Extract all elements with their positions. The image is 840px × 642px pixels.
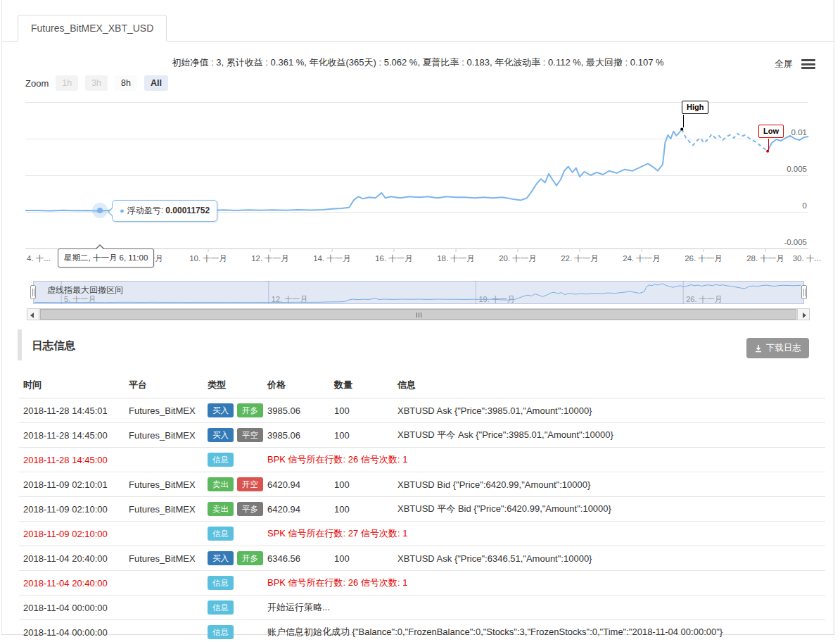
type-badge: 开多 — [237, 551, 263, 565]
high-flag-stem — [683, 115, 684, 127]
log-cell-price: 6420.94 — [263, 472, 330, 497]
range-button-all[interactable]: All — [144, 75, 168, 91]
log-table-row: 2018-11-09 02:10:00信息SPK 信号所在行数: 27 信号次数… — [19, 522, 825, 546]
performance-summary: 初始净值 : 3, 累计收益 : 0.361 %, 年化收益(365天) : 5… — [2, 56, 834, 69]
log-cell-time: 2018-11-04 20:40:00 — [19, 546, 125, 571]
log-cell-platform — [125, 448, 203, 472]
download-log-label: 下载日志 — [766, 342, 801, 354]
chart-tooltip: ●浮动盈亏: 0.00011752 — [112, 200, 217, 222]
log-table-row: 2018-11-04 20:40:00信息BPK 信号所在行数: 26 信号次数… — [19, 571, 825, 596]
tooltip-value: 0.00011752 — [165, 206, 210, 215]
log-cell-type: 信息 — [203, 571, 263, 596]
tab-futures-bitmex-xbt-usd[interactable]: Futures_BitMEX_XBT_USD — [18, 15, 167, 42]
range-selector: Zoom 1h3h8hAll — [25, 75, 175, 91]
type-badge: 卖出 — [208, 502, 234, 516]
log-table-row: 2018-11-04 20:40:00Futures_BitMEX买入开多634… — [19, 546, 825, 571]
navigator-mask[interactable] — [33, 281, 804, 304]
scrollbar-grip-icon — [419, 313, 419, 317]
log-cell-qty: 100 — [330, 497, 393, 522]
log-cell-type: 信息 — [203, 596, 263, 620]
log-column-header: 平台 — [125, 372, 203, 398]
scrollbar-thumb[interactable] — [40, 309, 796, 320]
svg-text:28. 十一月: 28. 十一月 — [746, 254, 784, 263]
scrollbar-right-button[interactable] — [797, 308, 810, 320]
log-cell-time: 2018-11-09 02:10:00 — [19, 497, 125, 522]
navigator-note: 虚线指最大回撤区间 — [47, 284, 123, 296]
log-column-header: 时间 — [19, 372, 125, 398]
log-cell-time: 2018-11-09 02:10:01 — [19, 472, 125, 497]
range-button-1h: 1h — [56, 75, 78, 91]
type-badge: 买入 — [208, 403, 234, 417]
type-badge: 信息 — [208, 453, 234, 467]
range-button-8h[interactable]: 8h — [115, 75, 137, 91]
log-cell-platform — [125, 571, 203, 596]
download-log-button[interactable]: 下载日志 — [746, 338, 809, 358]
tab-bar: Futures_BitMEX_XBT_USD — [2, 13, 834, 42]
tooltip-bullet-icon: ● — [120, 206, 125, 215]
log-table-header: 时间平台类型价格数量信息 — [19, 372, 825, 398]
log-cell-info: XBTUSD Ask {"Price":6346.51,"Amount":100… — [393, 546, 825, 571]
navigator-handle-left[interactable] — [30, 285, 36, 299]
log-cell-info: XBTUSD 平今 Bid {"Price":6420.99,"Amount":… — [393, 497, 825, 522]
log-cell-type: 卖出平多 — [203, 497, 263, 522]
type-badge: 开多 — [237, 403, 263, 417]
type-badge: 信息 — [208, 600, 234, 615]
range-button-3h: 3h — [85, 75, 108, 91]
log-cell-platform — [125, 522, 203, 546]
type-badge: 信息 — [208, 527, 234, 541]
log-cell-type: 买入开多 — [203, 546, 263, 571]
log-column-header: 数量 — [330, 372, 393, 398]
log-cell-time: 2018-11-04 00:00:00 — [19, 620, 125, 642]
svg-text:18. 十一月: 18. 十一月 — [437, 254, 475, 263]
zoom-label: Zoom — [25, 78, 49, 89]
type-badge: 平多 — [237, 502, 263, 516]
type-badge: 买入 — [208, 428, 234, 442]
log-table-row: 2018-11-09 02:10:01Futures_BitMEX卖出开空642… — [19, 472, 825, 497]
log-cell-time: 2018-11-09 02:10:00 — [19, 522, 125, 546]
scroll-left-icon — [30, 313, 34, 318]
svg-text:4. 十...: 4. 十... — [27, 254, 51, 263]
svg-text:26. 十一月: 26. 十一月 — [685, 254, 723, 263]
type-badge: 买入 — [208, 551, 234, 565]
log-cell-qty: 100 — [330, 398, 393, 423]
log-cell-message: BPK 信号所在行数: 26 信号次数: 1 — [263, 571, 825, 596]
type-badge: 信息 — [208, 625, 234, 639]
type-badge: 信息 — [208, 576, 234, 590]
log-cell-platform: Futures_BitMEX — [125, 472, 203, 497]
log-cell-info: XBTUSD Bid {"Price":6420.99,"Amount":100… — [393, 472, 825, 497]
scrollbar-left-button[interactable] — [27, 308, 39, 320]
log-cell-type: 信息 — [203, 448, 263, 472]
log-cell-qty: 100 — [330, 546, 393, 571]
log-cell-message: SPK 信号所在行数: 27 信号次数: 1 — [263, 522, 825, 546]
type-badge: 平空 — [237, 428, 263, 442]
scroll-right-icon — [803, 313, 806, 318]
log-cell-message: 账户信息初始化成功 {"Balance":0,"FrozenBalance":0… — [263, 620, 825, 642]
log-cell-platform — [125, 620, 203, 642]
svg-text:24. 十一月: 24. 十一月 — [623, 254, 661, 263]
navigator-handle-right[interactable] — [801, 285, 807, 299]
log-cell-info: XBTUSD Ask {"Price":3985.01,"Amount":100… — [393, 398, 825, 423]
log-cell-platform: Futures_BitMEX — [125, 398, 203, 423]
log-cell-price: 6346.56 — [263, 546, 330, 571]
crosshair-date-label: 星期二, 十一月 6, 11:00 — [58, 248, 154, 268]
fullscreen-button[interactable]: 全屏 — [775, 58, 793, 70]
log-cell-type: 卖出开空 — [203, 472, 263, 497]
log-table-row: 2018-11-09 02:10:00Futures_BitMEX卖出平多642… — [19, 497, 825, 522]
chart-plot-area[interactable] — [27, 99, 810, 248]
backtest-panel: Futures_BitMEX_XBT_USD 初始净值 : 3, 累计收益 : … — [1, 0, 834, 635]
log-cell-type: 信息 — [203, 522, 263, 546]
log-column-header: 价格 — [263, 372, 330, 398]
svg-text:22. 十一月: 22. 十一月 — [561, 254, 599, 263]
log-cell-qty: 100 — [330, 472, 393, 497]
log-table-row: 2018-11-04 00:00:00信息开始运行策略... — [19, 596, 825, 620]
log-cell-type: 买入开多 — [203, 398, 263, 423]
hamburger-icon[interactable] — [801, 59, 815, 69]
log-cell-price: 3985.06 — [263, 398, 330, 423]
log-cell-platform — [125, 596, 203, 620]
log-cell-qty: 100 — [330, 423, 393, 448]
download-icon — [754, 344, 763, 353]
log-table-row: 2018-11-28 14:45:00信息BPK 信号所在行数: 26 信号次数… — [19, 448, 825, 472]
log-cell-type: 信息 — [203, 620, 263, 642]
low-flag-stem — [768, 139, 769, 150]
low-flag: Low — [758, 125, 784, 138]
